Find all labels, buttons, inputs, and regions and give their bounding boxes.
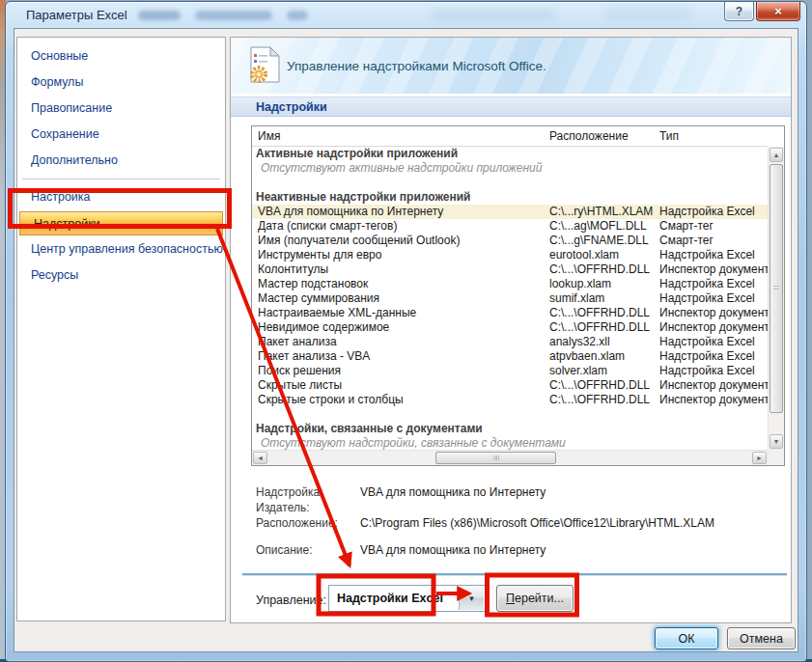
addin-name: Мастер подстановок: [258, 277, 368, 291]
manage-dropdown[interactable]: Надстройки Excel ▼: [328, 585, 486, 612]
sidebar-item[interactable]: Надстройки: [19, 211, 223, 235]
addin-name: Скрытые строки и столбцы: [258, 393, 404, 407]
horizontal-scrollbar[interactable]: ◄ ►: [252, 450, 768, 465]
scroll-left-button[interactable]: ◄: [253, 452, 267, 464]
detail-row: Расположение:C:\Program Files (x86)\Micr…: [251, 515, 788, 531]
addin-row[interactable]: Инструменты для евроeurotool.xlamНадстро…: [252, 248, 768, 262]
detail-label: Надстройка:: [251, 484, 360, 500]
screen: Параметры Excel ? × ОсновныеФормулыПраво…: [0, 0, 812, 662]
addin-empty-note: Отсутствуют активные надстройки приложен…: [252, 161, 768, 176]
addin-row[interactable]: Скрытые строки и столбцыC:\...\OFFRHD.DL…: [252, 393, 768, 407]
addin-blank-row: [252, 407, 768, 422]
dropdown-arrow-button[interactable]: ▼: [459, 587, 484, 610]
addin-type: Смарт-тег: [659, 219, 714, 234]
scroll-right-button[interactable]: ►: [752, 452, 767, 464]
detail-label: Расположение:: [251, 515, 360, 531]
addin-row[interactable]: Скрытые листыC:\...\OFFRHD.DLLИнспектор …: [252, 378, 768, 393]
background-blur-artifact: [195, 11, 272, 20]
chevron-down-icon: ▼: [468, 594, 476, 603]
detail-row: Издатель:: [251, 500, 788, 515]
scroll-up-button[interactable]: ▲: [770, 148, 783, 162]
addin-name: Пакет анализа: [258, 335, 337, 349]
addin-type: Надстройка Excel: [659, 349, 755, 364]
column-header-location: Расположение: [549, 129, 629, 143]
go-button-label: Перейти...: [506, 592, 564, 605]
detail-row: Описание:VBA для помощника по Интернету: [251, 542, 788, 558]
sidebar-item[interactable]: Основные: [17, 43, 225, 69]
addin-location: analys32.xll: [549, 335, 610, 349]
sidebar-item[interactable]: Формулы: [17, 69, 225, 96]
addin-location: C:\...\OFFRHD.DLL: [549, 320, 650, 335]
addin-row[interactable]: Мастер подстановокlookup.xlamНадстройка …: [252, 277, 768, 291]
addin-location: C:\...\OFFRHD.DLL: [549, 306, 650, 320]
dialog-body: ОсновныеФормулыПравописаниеСохранениеДоп…: [14, 28, 798, 652]
help-button[interactable]: ?: [724, 2, 754, 21]
addin-name: Настраиваемые XML-данные: [258, 306, 416, 320]
addin-type: Инспектор документо: [659, 320, 768, 335]
sidebar-item[interactable]: Ресурсы: [17, 262, 225, 289]
addins-pane: Управление надстройками Microsoft Office…: [230, 37, 792, 623]
addin-name: Скрытые листы: [258, 378, 342, 393]
addin-type: Инспектор документо: [659, 378, 768, 393]
addin-type: Надстройка Excel: [659, 364, 755, 378]
addin-type: Инспектор документо: [659, 393, 768, 407]
dialog-titlebar[interactable]: Параметры Excel ? ×: [6, 2, 806, 28]
background-blur-artifact: [287, 11, 308, 20]
addin-name: Инструменты для евро: [258, 248, 381, 262]
detail-value: VBA для помощника по Интернету: [360, 484, 546, 500]
addin-blank-row: [252, 176, 768, 190]
scrollbar-corner: [768, 450, 784, 465]
table-header: Имя Расположение Тип: [252, 126, 768, 147]
addin-location: C:\...ry\HTML.XLAM: [549, 205, 653, 219]
sidebar-item[interactable]: Правописание: [17, 96, 225, 122]
background-blur-artifact: [604, 7, 691, 21]
dialog-title: Параметры Excel: [26, 8, 127, 22]
manage-dropdown-value: Надстройки Excel: [337, 586, 443, 611]
horizontal-scrollbar-thumb[interactable]: [435, 452, 556, 464]
addin-type: Надстройка Excel: [659, 277, 755, 291]
addins-table: Имя Расположение Тип Активные надстройки…: [251, 125, 785, 466]
vertical-scrollbar-thumb[interactable]: [770, 164, 783, 413]
addin-type: Смарт-тег: [659, 234, 714, 248]
addin-row[interactable]: КолонтитулыC:\...\OFFRHD.DLLИнспектор до…: [252, 262, 768, 277]
addin-row[interactable]: Дата (списки смарт-тегов)C:\...ag\MOFL.D…: [252, 219, 768, 234]
pane-title: Управление надстройками Microsoft Office…: [287, 38, 546, 94]
excel-options-dialog: Параметры Excel ? × ОсновныеФормулыПраво…: [5, 1, 807, 662]
addin-row[interactable]: Поиск решенияsolver.xlamНадстройка Excel: [252, 364, 768, 378]
addin-row[interactable]: VBA для помощника по ИнтернетуC:\...ry\H…: [252, 205, 768, 219]
section-header-label: Надстройки: [256, 100, 327, 114]
cancel-button[interactable]: Отмена: [727, 627, 796, 649]
addin-type: Надстройка Excel: [659, 205, 755, 219]
addin-location: atpvbaen.xlam: [549, 349, 625, 364]
sidebar-item[interactable]: Центр управления безопасностью: [17, 236, 225, 262]
addin-row[interactable]: Имя (получатели сообщений Outlook)C:\...…: [252, 234, 768, 248]
detail-label: Описание:: [251, 542, 360, 558]
addin-location: C:\...g\FNAME.DLL: [549, 234, 649, 248]
addin-type: Надстройка Excel: [659, 335, 755, 349]
go-button[interactable]: Перейти...: [496, 585, 574, 612]
addin-row[interactable]: Пакет анализаanalys32.xllНадстройка Exce…: [252, 335, 768, 349]
separator: [242, 573, 787, 576]
addin-row[interactable]: Настраиваемые XML-данныеC:\...\OFFRHD.DL…: [252, 306, 768, 320]
scroll-up-icon: ▲: [773, 152, 780, 158]
detail-value: C:\Program Files (x86)\Microsoft Office\…: [360, 515, 714, 531]
addin-type: Надстройка Excel: [659, 291, 755, 306]
addin-group-header: Неактивные надстройки приложений: [252, 190, 768, 205]
addin-row[interactable]: Мастер суммированияsumif.xlamНадстройка …: [252, 291, 768, 306]
addins-icon: [246, 46, 281, 85]
sidebar-item[interactable]: Дополнительно: [17, 148, 225, 174]
sidebar-item[interactable]: Настройка: [17, 184, 225, 210]
addin-type: Инспектор документо: [659, 262, 768, 277]
table-rows: Активные надстройки приложенийОтсутствую…: [252, 147, 768, 450]
help-icon: ?: [736, 5, 742, 18]
sidebar-item[interactable]: Сохранение: [17, 122, 225, 148]
addin-type: Надстройка Excel: [659, 248, 755, 262]
scroll-down-button[interactable]: ▼: [770, 434, 783, 449]
addin-group-header: Надстройки, связанные с документами: [252, 422, 768, 436]
addin-row[interactable]: Пакет анализа - VBAatpvbaen.xlamНадстрой…: [252, 349, 768, 364]
ok-button[interactable]: ОК: [655, 627, 718, 649]
vertical-scrollbar[interactable]: ▲ ▼: [768, 147, 784, 450]
close-button[interactable]: ×: [756, 2, 800, 21]
addin-location: solver.xlam: [549, 364, 607, 378]
addin-row[interactable]: Невидимое содержимоеC:\...\OFFRHD.DLLИнс…: [252, 320, 768, 335]
